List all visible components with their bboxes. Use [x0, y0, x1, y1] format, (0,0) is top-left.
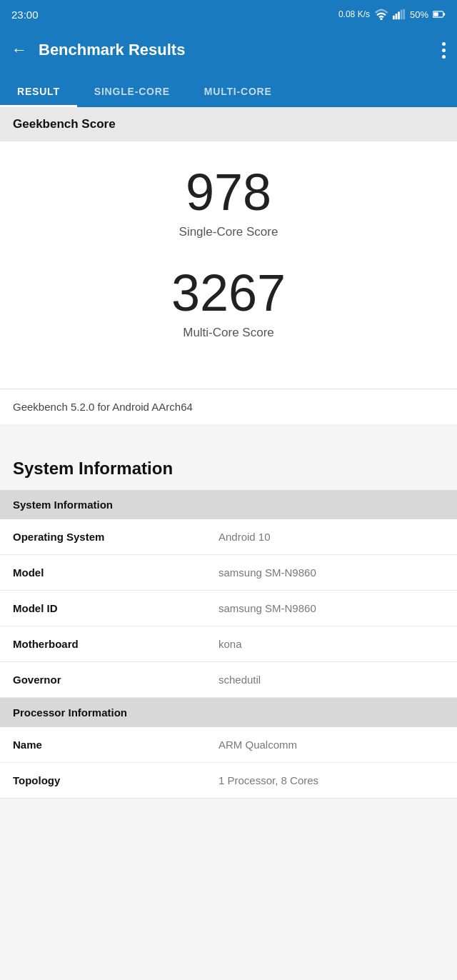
system-info-title: System Information [0, 439, 457, 490]
status-time: 23:00 [11, 9, 39, 21]
section-spacer [0, 424, 457, 439]
data-speed: 0.08 K/s [338, 9, 370, 19]
table-row: Model ID samsung SM-N9860 [0, 591, 457, 626]
wifi-icon [374, 9, 388, 20]
table-row: Operating System Android 10 [0, 519, 457, 555]
battery-level: 50% [410, 9, 428, 20]
single-core-score-value: 978 [186, 164, 271, 221]
svg-rect-7 [433, 12, 438, 16]
table-row: Name ARM Qualcomm [0, 727, 457, 763]
multi-core-score-value: 3267 [171, 265, 286, 321]
svg-rect-2 [396, 14, 398, 19]
svg-point-0 [380, 18, 382, 20]
single-core-score-label: Single-Core Score [179, 225, 278, 239]
svg-rect-8 [443, 13, 445, 15]
tab-result[interactable]: RESULT [0, 86, 77, 107]
system-info-table: System Information Operating System Andr… [0, 490, 457, 799]
tab-single-core[interactable]: SINGLE-CORE [77, 86, 187, 107]
processor-info-sub-header: Processor Information [0, 698, 457, 728]
battery-icon [433, 9, 446, 19]
scores-section: 978 Single-Core Score 3267 Multi-Core Sc… [0, 141, 457, 389]
table-row: Topology 1 Processor, 8 Cores [0, 763, 457, 799]
version-info: Geekbench 5.2.0 for Android AArch64 [0, 389, 457, 424]
tab-bar: RESULT SINGLE-CORE MULTI-CORE [0, 71, 457, 107]
more-options-button[interactable] [442, 42, 446, 59]
back-button[interactable]: ← [11, 41, 27, 59]
table-row: Model samsung SM-N9860 [0, 555, 457, 591]
svg-rect-3 [398, 11, 400, 19]
status-bar: 23:00 0.08 K/s 50% [0, 0, 457, 29]
tab-multi-core[interactable]: MULTI-CORE [187, 86, 289, 107]
system-info-sub-header: System Information [0, 490, 457, 519]
table-row: Governor schedutil [0, 662, 457, 698]
signal-icon [393, 9, 406, 20]
app-header: ← Benchmark Results [0, 29, 457, 71]
multi-core-score-label: Multi-Core Score [183, 326, 274, 340]
geekbench-score-header: Geekbench Score [0, 107, 457, 141]
status-icons: 0.08 K/s 50% [338, 9, 446, 20]
table-row: Motherboard kona [0, 626, 457, 662]
svg-rect-1 [393, 16, 395, 19]
svg-rect-4 [401, 10, 403, 20]
svg-rect-5 [403, 9, 405, 19]
page-title: Benchmark Results [39, 41, 185, 59]
header-left: ← Benchmark Results [11, 41, 185, 59]
